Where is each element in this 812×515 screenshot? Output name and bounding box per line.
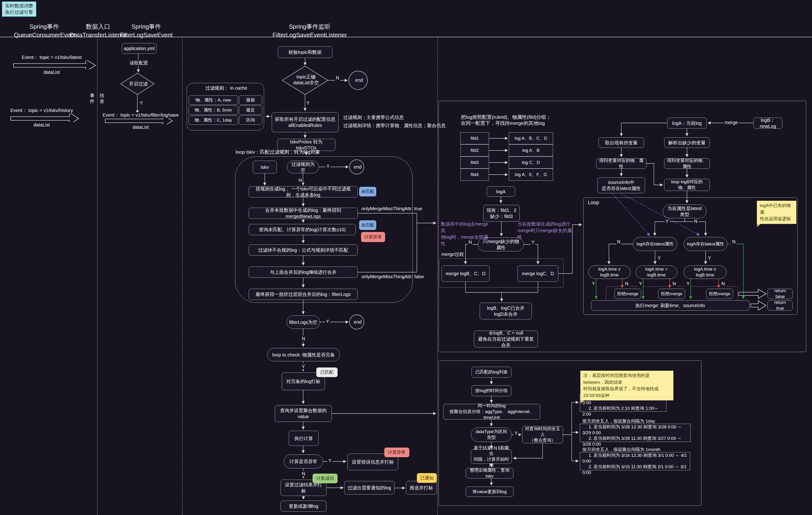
node-loop-to-check[interactable]: loop to check: 物属性是否完备 xyxy=(267,348,340,361)
node-logb-new[interactable]: logB：newLog xyxy=(753,118,782,128)
node-have-miss[interactable]: 现有：fild1、2 缺少：fild3 xyxy=(483,205,520,222)
node-return-false[interactable]: return false xyxy=(767,289,793,299)
node-filter-notify[interactable]: 过滤出需要通知的log xyxy=(344,481,395,494)
node-calc-start-time[interactable]: 基于结束时间和聚合 间隔，计算开始时间 xyxy=(471,449,512,464)
badge-matched[interactable]: 已匹配 xyxy=(316,367,338,377)
node-final-filter-logs[interactable]: 最终获得一批经过层层合并后的log：filterLogs xyxy=(249,289,358,300)
node-merge-batch[interactable]: 合并本批数据中生成的log：最终得到mergedNewLogs xyxy=(249,208,358,219)
log-cell[interactable]: log C、D xyxy=(509,156,553,169)
decision-has-latest-left[interactable]: logA存在latest属性 xyxy=(633,237,677,251)
decision-time-ge[interactable]: logA.time ≥ logB.time xyxy=(684,265,727,279)
badge-unmatched[interactable]: 未匹配 xyxy=(359,220,376,230)
log-cell[interactable]: log A、E、F、G xyxy=(509,169,553,181)
node-same-time-group[interactable]: 同一时间的log 按聚合信息分组：aggType、 aggInterval、ti… xyxy=(443,404,540,420)
note-db-merge: 数据库中的log去merge其 他log时，merge全部属性 xyxy=(441,221,490,247)
decision-has-latest-right[interactable]: logA存在latest属性 xyxy=(684,237,727,251)
cond-no-label: N xyxy=(335,75,340,81)
decision-datatype-range[interactable]: dataType为区间类型 xyxy=(471,427,512,442)
log-cell[interactable]: log A、B、C、D xyxy=(509,132,553,144)
node-execute-calc[interactable]: 执行计算 xyxy=(289,431,319,446)
node-merged-status[interactable]: logB、logC已合并 logD未合并 xyxy=(480,303,532,320)
badge-calc-ok[interactable]: 计算成功 xyxy=(313,474,338,483)
end-node-filterlogs[interactable]: end xyxy=(351,319,365,325)
decision-topic-valid[interactable]: topic正确 dataList非空 xyxy=(285,74,327,86)
node-query-agg-value[interactable]: 查询并设置聚合数据的value xyxy=(275,405,332,422)
node-reject-merge[interactable]: 拒绝merge xyxy=(614,289,641,299)
cache-row[interactable]: 物、属性：A, now xyxy=(188,95,238,105)
node-do-merge[interactable]: 执行merge: 刷新time、sourceInfo xyxy=(591,300,749,310)
decision-rule-empty[interactable]: 过滤规则为空 xyxy=(287,161,319,174)
fild-cell[interactable]: fild3 xyxy=(460,156,489,169)
node-take-vars[interactable]: 取出现有的变量 xyxy=(599,138,644,148)
time-eq-no: N xyxy=(672,281,677,286)
cache-row-tag[interactable]: 区间 xyxy=(239,116,262,125)
node-set-null[interactable]: 令logB、C = null 避免在当前过滤规则下重复合并 xyxy=(474,331,538,347)
time-ge-no: N xyxy=(721,281,726,286)
node-example-month[interactable]: 按月四舍五入，假设聚合间隔为 1month 1. 若当前时间为 3/16 12:… xyxy=(580,452,690,470)
lane-header-listener: Spring事件监听 FilterLogSaveEventListener xyxy=(263,22,356,39)
fild-cell[interactable]: fild4 xyxy=(460,169,489,181)
lane-divider-2 xyxy=(182,37,182,515)
cache-row-tag[interactable]: 最近 xyxy=(239,105,262,115)
lane-divider-3 xyxy=(437,37,438,515)
node-merge-bcd[interactable]: merge logB、C、D xyxy=(441,265,490,282)
node-get-thing-right[interactable]: 得到变量对应的物、属性 xyxy=(664,158,710,169)
node-round-query-time[interactable]: 对查询时间四舍五入 （整点查询） xyxy=(522,426,563,443)
time-le-no: N xyxy=(624,281,629,286)
fild-cell[interactable]: fild2 xyxy=(460,144,489,156)
node-loga-current[interactable]: logA：当前log xyxy=(667,118,707,128)
decision-calc-error[interactable]: 计算是否异常 xyxy=(284,454,323,468)
time-le-yes: Y xyxy=(591,281,596,286)
log-cell[interactable]: log A、B xyxy=(509,144,553,156)
sticky-note-loop[interactable]: logA中已有的物属 性也适用该逻辑 xyxy=(757,201,796,224)
node-filter-invalid[interactable]: 过滤掉不合规的log：公式与规则详情不匹配 xyxy=(249,244,358,255)
decision-time-le[interactable]: logA.time ≤ logB.time xyxy=(588,265,631,279)
node-reject-merge[interactable]: 拒绝merge xyxy=(658,289,685,299)
node-log-a[interactable]: logA xyxy=(487,186,515,197)
node-update-value[interactable]: 将value更新到log xyxy=(466,487,514,497)
title-badge[interactable]: 实时数据消费 执行过滤引擎 xyxy=(2,1,36,17)
node-reject-merge[interactable]: 拒绝merge xyxy=(706,289,733,299)
node-merge-again[interactable]: 与上面合并后的log继续进行合并 xyxy=(249,267,358,278)
node-parse-missing[interactable]: 解析出缺少的变量 xyxy=(664,138,710,148)
node-tskv[interactable]: tskv xyxy=(253,161,277,174)
rules-note-1: 过滤规则：主要携带公式信息 xyxy=(342,115,405,120)
decision-filter-enabled[interactable]: 开启过滤 xyxy=(123,81,153,87)
badge-notified[interactable]: 已通知 xyxy=(417,473,437,483)
fild-cell[interactable]: fild1 xyxy=(460,132,489,144)
decision-is-latest[interactable]: 当前属性是latest类型 xyxy=(663,205,706,218)
node-push-mark[interactable]: 推送并打标 xyxy=(406,481,437,494)
node-upsert-log[interactable]: 更新或新增log xyxy=(281,501,326,512)
cache-row[interactable]: 物、属性：B, 5min xyxy=(188,105,238,115)
badge-calc-error[interactable]: 计算异常 xyxy=(384,448,409,457)
badge-unmatched[interactable]: 未匹配 xyxy=(359,187,376,196)
node-validate-topic[interactable]: 校验topic和数据 xyxy=(278,46,332,58)
node-query-unmatched[interactable]: 查询未匹配、计算异常的log(计算次数≤10) xyxy=(249,224,356,235)
end-node-loop[interactable]: end xyxy=(351,164,365,170)
node-sort-query-tskv[interactable]: 整理出物属性，查询tskv xyxy=(466,468,514,479)
node-merge-cd[interactable]: merge logC、D xyxy=(517,265,558,282)
node-matched-list[interactable]: 已匹配的log列表 xyxy=(471,367,511,377)
badge-calc-error[interactable]: 计算异常 xyxy=(361,232,385,242)
node-get-enabled-rules[interactable]: 获取所有开启过滤的配置信息 allEnabledRules xyxy=(272,112,339,132)
node-group-by-time[interactable]: 按log的时间分组 xyxy=(471,385,511,396)
node-loop-logb[interactable]: loop logB对应的物、属性 xyxy=(664,179,710,191)
cache-row-tag[interactable]: 最新 xyxy=(239,95,262,105)
read-config-label: 读取配置 xyxy=(128,60,149,66)
decision-filterlogs-empty[interactable]: filterLogs为空 xyxy=(286,315,320,329)
lane-label-forward: 转 发 xyxy=(99,93,105,104)
node-generate-log[interactable]: 按规则生成log， 一个tskv可以命中不同过滤规则，生成多条log xyxy=(249,186,358,198)
cache-row[interactable]: 物、属性：C, 1day xyxy=(188,116,238,125)
event-filter-save-payload: dataList xyxy=(100,124,181,130)
node-return-true[interactable]: return true xyxy=(767,300,793,310)
decision-time-eq[interactable]: logA.time = logB.time xyxy=(636,265,677,279)
end-node-top[interactable]: end xyxy=(351,77,367,83)
only-merge-false-label: onlyMergeMissThingAttr: false xyxy=(360,274,425,280)
node-application-yml[interactable]: application.yml xyxy=(122,43,156,54)
node-example-day[interactable]: 按天四舍五入，假设聚合间隔为 1day 1. 若当前时间为 3/28 12:30… xyxy=(580,424,691,442)
haslatest-left-yes: Y xyxy=(657,255,662,261)
loopcheck-yes: Y xyxy=(301,364,306,369)
sticky-note-between[interactable]: 注：底层按时间范围查询使用的是between，因此结束 时间就直接取临界值了，不… xyxy=(580,371,673,400)
node-get-thing-left[interactable]: 得到变量对应的物、属性 xyxy=(596,158,646,169)
node-source-info[interactable]: sourceInfo中 是否存在latest属性 xyxy=(597,177,645,193)
